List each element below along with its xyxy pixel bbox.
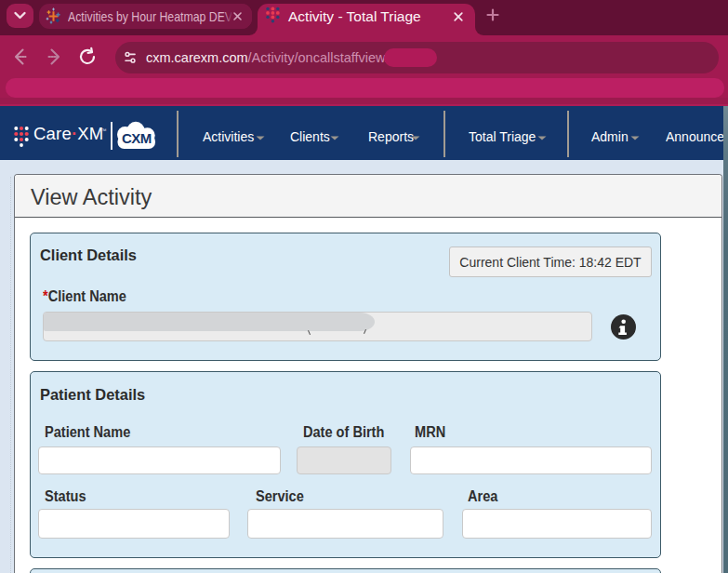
svg-text:CXM: CXM [122, 130, 152, 146]
